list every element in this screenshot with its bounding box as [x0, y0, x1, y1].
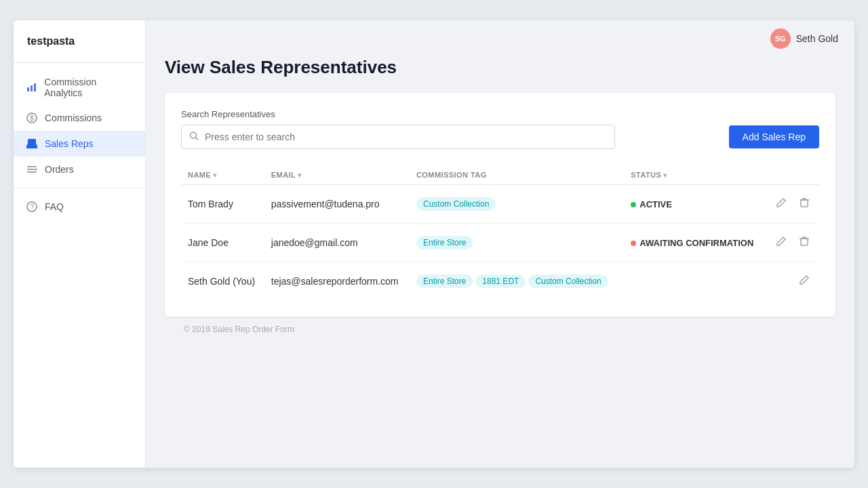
status-text: AWAITING CONFIRMATION — [639, 238, 753, 248]
delete-button[interactable] — [796, 233, 812, 252]
col-email: EMAIL ▾ — [264, 165, 410, 185]
svg-rect-9 — [36, 169, 37, 170]
sidebar-item-label: Orders — [45, 164, 74, 175]
action-icons — [772, 272, 812, 291]
app-title: testpasta — [14, 20, 145, 63]
edit-button[interactable] — [796, 272, 812, 291]
cell-email: tejas@salesreporderform.com — [264, 262, 410, 301]
svg-rect-0 — [27, 87, 29, 92]
search-row: Add Sales Rep — [181, 125, 819, 149]
commission-tag: Entire Store — [416, 274, 473, 288]
search-icon — [189, 131, 199, 143]
col-email-sort[interactable]: EMAIL ▾ — [271, 171, 302, 179]
top-bar: SG Seth Gold — [146, 20, 854, 57]
cell-name: Seth Gold (You) — [181, 262, 264, 301]
search-label: Search Representatives — [181, 109, 819, 119]
main-card: Search Representatives Add Sales Rep — [165, 93, 835, 317]
status-dot — [631, 202, 636, 207]
sort-arrow-status: ▾ — [663, 171, 667, 179]
footer: © 2019 Sales Rep Order Form — [165, 317, 835, 342]
commission-tag: Custom Collection — [416, 197, 496, 211]
cell-actions — [765, 262, 819, 301]
svg-rect-7 — [27, 169, 37, 170]
sidebar-faq-label: FAQ — [45, 201, 64, 212]
status-text: ACTIVE — [639, 199, 672, 209]
svg-rect-6 — [27, 166, 37, 167]
commission-tag: 1881 EDT — [475, 274, 526, 288]
commission-tag: Custom Collection — [528, 274, 608, 288]
chart-icon — [26, 81, 37, 94]
col-actions — [765, 165, 819, 185]
svg-text:$: $ — [30, 115, 34, 122]
user-info: SG Seth Gold — [770, 28, 838, 49]
sidebar-nav: Commission Analytics $ Commissions Sales… — [14, 63, 145, 468]
action-icons — [772, 195, 812, 214]
col-commission-tag: COMMISSION TAG — [410, 165, 624, 185]
status-badge: AWAITING CONFIRMATION — [631, 238, 753, 248]
page-title: View Sales Representatives — [165, 57, 835, 78]
table-row: Jane Doejanedoe@gmail.comEntire StoreAWA… — [181, 224, 819, 262]
page-body: View Sales Representatives Search Repres… — [146, 57, 854, 468]
sort-arrow-name: ▾ — [213, 171, 216, 179]
action-icons — [772, 233, 812, 252]
table-row: Tom Bradypassivement@tudena.proCustom Co… — [181, 185, 819, 224]
commission-tag: Entire Store — [416, 236, 473, 249]
cell-actions — [765, 185, 819, 224]
edit-button[interactable] — [773, 195, 789, 214]
cell-name: Jane Doe — [181, 224, 264, 262]
delete-button[interactable] — [796, 195, 812, 214]
status-badge: ACTIVE — [631, 199, 672, 209]
svg-rect-8 — [27, 171, 37, 173]
search-input-wrapper — [181, 125, 615, 149]
user-name: Seth Gold — [796, 33, 838, 44]
cell-status — [624, 262, 764, 301]
cell-status: ACTIVE — [624, 185, 764, 224]
sidebar-item-label: Sales Reps — [45, 138, 94, 149]
status-dot — [631, 241, 636, 246]
cell-email: passivement@tudena.pro — [264, 185, 410, 224]
svg-rect-16 — [801, 239, 808, 245]
sidebar-divider — [14, 188, 145, 188]
sort-arrow-email: ▾ — [298, 171, 301, 179]
table-row: Seth Gold (You)tejas@salesreporderform.c… — [181, 262, 819, 301]
cell-tags: Entire Store1881 EDTCustom Collection — [410, 262, 624, 301]
sidebar-item-commissions[interactable]: $ Commissions — [14, 105, 145, 131]
sidebar-item-faq[interactable]: ? FAQ — [14, 194, 145, 220]
sidebar: testpasta Commission Analytics $ Commiss… — [14, 20, 146, 468]
sidebar-item-orders[interactable]: Orders — [14, 157, 145, 182]
col-name: NAME ▾ — [181, 165, 264, 185]
main-content: SG Seth Gold View Sales Representatives … — [146, 20, 854, 468]
cell-status: AWAITING CONFIRMATION — [624, 224, 764, 262]
cell-email: janedoe@gmail.com — [264, 224, 410, 262]
cell-name: Tom Brady — [181, 185, 264, 224]
search-input[interactable] — [181, 125, 615, 149]
col-status-sort[interactable]: STATUS ▾ — [631, 171, 667, 179]
cell-tags: Entire Store — [410, 224, 624, 262]
sales-rep-table: NAME ▾ EMAIL ▾ COMM — [181, 165, 819, 300]
sidebar-item-label: Commissions — [45, 113, 102, 123]
svg-point-12 — [191, 132, 197, 138]
svg-rect-2 — [34, 83, 36, 92]
orders-icon — [26, 163, 38, 176]
cell-tags: Custom Collection — [410, 185, 624, 224]
svg-text:?: ? — [31, 203, 35, 211]
footer-text: © 2019 Sales Rep Order Form — [184, 325, 294, 334]
add-sales-rep-button[interactable]: Add Sales Rep — [729, 125, 819, 148]
col-name-sort[interactable]: NAME ▾ — [188, 171, 217, 179]
svg-line-13 — [196, 138, 199, 140]
svg-rect-1 — [31, 85, 33, 92]
person-icon — [26, 138, 38, 150]
sidebar-item-commission-analytics[interactable]: Commission Analytics — [14, 70, 145, 105]
dollar-icon: $ — [26, 112, 38, 124]
edit-button[interactable] — [773, 233, 789, 252]
avatar: SG — [770, 28, 791, 49]
col-status: STATUS ▾ — [624, 165, 764, 185]
help-icon: ? — [26, 201, 38, 213]
svg-rect-14 — [801, 200, 808, 207]
sidebar-item-sales-reps[interactable]: Sales Reps — [14, 131, 145, 157]
cell-actions — [765, 224, 819, 262]
sidebar-item-label: Commission Analytics — [44, 77, 133, 98]
